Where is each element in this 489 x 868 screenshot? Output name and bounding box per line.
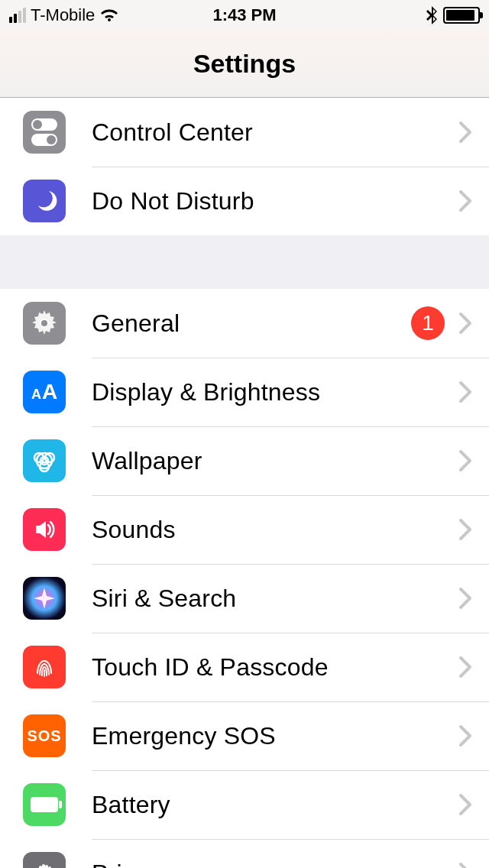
settings-group-0: Control Center Do Not Disturb (0, 98, 489, 235)
row-wallpaper[interactable]: Wallpaper (0, 426, 489, 495)
row-label: Control Center (92, 118, 253, 147)
clock-label: 1:43 PM (166, 5, 322, 25)
wifi-icon (99, 8, 119, 23)
row-accessory (458, 587, 489, 610)
row-emergency-sos[interactable]: SOS Emergency SOS (0, 701, 489, 770)
sos-icon: SOS (23, 714, 66, 757)
chevron-right-icon (458, 121, 472, 144)
chevron-right-icon (458, 312, 472, 335)
siri-icon (23, 577, 66, 620)
row-battery[interactable]: Battery (0, 770, 489, 839)
nav-header: Settings (0, 31, 489, 98)
row-label: Privacy (92, 860, 173, 869)
chevron-right-icon (458, 793, 472, 816)
row-label: Display & Brightness (92, 378, 320, 406)
row-accessory (458, 518, 489, 541)
row-label: Sounds (92, 516, 176, 544)
moon-icon (23, 180, 66, 222)
display-icon: AA (23, 371, 66, 413)
row-accessory (458, 793, 489, 816)
row-general[interactable]: General 1 (0, 289, 489, 358)
group-separator (0, 235, 489, 289)
row-label: General (92, 309, 180, 338)
row-control-center[interactable]: Control Center (0, 98, 489, 167)
row-accessory (458, 121, 489, 144)
chevron-right-icon (458, 381, 472, 403)
chevron-right-icon (458, 189, 472, 212)
control-center-icon (23, 111, 66, 154)
battery-settings-icon (23, 783, 66, 826)
row-label: Wallpaper (92, 447, 202, 475)
row-siri-search[interactable]: Siri & Search (0, 564, 489, 633)
chevron-right-icon (458, 518, 472, 541)
notification-badge: 1 (411, 306, 445, 340)
speaker-icon (23, 508, 66, 551)
carrier-label: T-Mobile (31, 5, 95, 25)
chevron-right-icon (458, 862, 472, 868)
row-label: Siri & Search (92, 585, 236, 613)
row-display-brightness[interactable]: AA Display & Brightness (0, 358, 489, 426)
row-accessory (458, 449, 489, 472)
chevron-right-icon (458, 724, 472, 747)
row-accessory (458, 189, 489, 212)
settings-group-1: General 1 AA Display & Brightness Wallpa… (0, 289, 489, 868)
row-label: Touch ID & Passcode (92, 653, 329, 682)
signal-strength-icon (9, 8, 26, 23)
battery-icon (443, 7, 480, 24)
status-bar: T-Mobile 1:43 PM (0, 0, 489, 31)
hand-icon (23, 852, 66, 868)
row-do-not-disturb[interactable]: Do Not Disturb (0, 167, 489, 235)
row-privacy[interactable]: Privacy (0, 839, 489, 868)
wallpaper-icon (23, 439, 66, 482)
row-sounds[interactable]: Sounds (0, 495, 489, 564)
row-accessory (458, 656, 489, 679)
row-accessory (458, 724, 489, 747)
status-left: T-Mobile (9, 5, 166, 25)
chevron-right-icon (458, 656, 472, 679)
gear-icon (23, 302, 66, 345)
bluetooth-icon (426, 6, 437, 24)
row-accessory (458, 381, 489, 403)
status-right (323, 6, 480, 24)
row-label: Emergency SOS (92, 722, 276, 750)
row-accessory: 1 (411, 306, 489, 340)
page-title: Settings (193, 49, 296, 79)
svg-point-1 (41, 320, 47, 326)
row-label: Battery (92, 791, 170, 819)
row-accessory (458, 862, 489, 868)
chevron-right-icon (458, 449, 472, 472)
row-label: Do Not Disturb (92, 187, 254, 215)
chevron-right-icon (458, 587, 472, 610)
fingerprint-icon (23, 646, 66, 688)
row-touchid-passcode[interactable]: Touch ID & Passcode (0, 633, 489, 701)
